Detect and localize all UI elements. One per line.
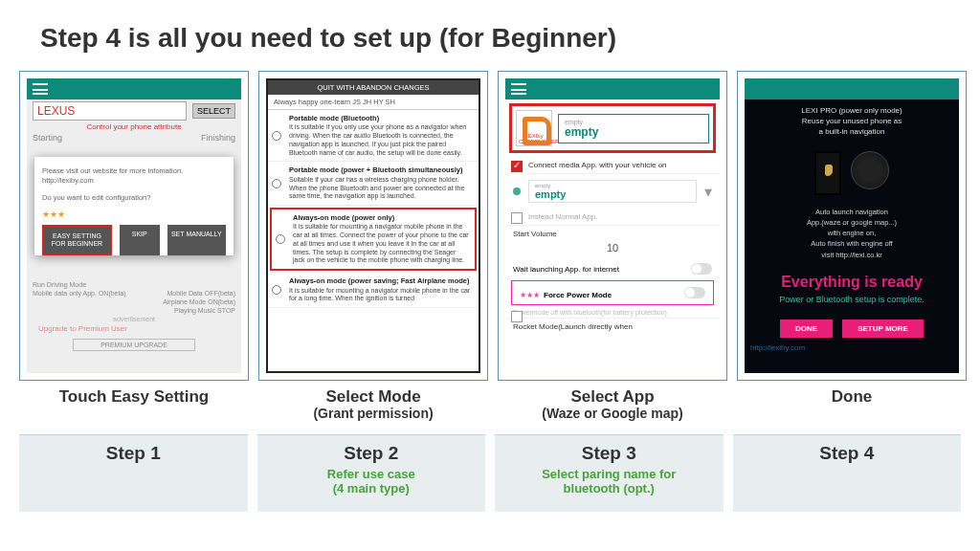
starting-label: Starting	[33, 133, 62, 143]
dialog-question: Do you want to edit configuration?	[42, 193, 226, 203]
phone-frame-2: QUIT WITH ABANDON CHANGES Always happy o…	[258, 71, 488, 381]
step4-box: Step 4	[733, 434, 962, 512]
connect-label: Connect media App. with your vehicle on	[528, 161, 667, 169]
gauge-icon	[851, 151, 889, 189]
step1-column: LEXUS SELECT Control your phone attribut…	[19, 71, 249, 407]
caption-3-main: Select App	[570, 387, 654, 406]
bluetooth-dot-icon	[513, 187, 521, 195]
screenshot-4: LEXI PRO (power only mode) Reuse your un…	[745, 78, 959, 373]
checkbox-icon[interactable]	[511, 212, 523, 224]
quit-header[interactable]: QUIT WITH ABANDON CHANGES	[268, 80, 479, 95]
radio-icon[interactable]	[272, 131, 281, 141]
skip-button[interactable]: SKIP	[120, 225, 160, 254]
checkbox-icon	[511, 311, 523, 322]
pro-header: LEXI PRO (power only mode) Reuse your un…	[745, 99, 959, 143]
step4-column: LEXI PRO (power only mode) Reuse your un…	[737, 71, 967, 407]
run-driving: Run Driving Mode	[33, 281, 235, 288]
step4-label: Step 4	[733, 443, 962, 464]
screenshot-2: QUIT WITH ABANDON CHANGES Always happy o…	[266, 78, 480, 373]
toggle-icon[interactable]	[691, 263, 712, 275]
control-label: Control your phone attribute	[27, 122, 241, 131]
info2: App.(waze or google map...)	[807, 218, 897, 227]
force-power-row[interactable]: ★★★Force Power Mode	[511, 280, 714, 305]
mode3-title: Always-on mode (power only)	[293, 213, 469, 222]
powermode-off-item: Powermode off with bluetooth(for battery…	[505, 307, 720, 319]
ready-title: Everything is ready	[745, 274, 959, 291]
rocket-mode-label: Rocket Mode(Launch directly when	[505, 319, 720, 335]
caption-2-main: Select Mode	[325, 387, 420, 406]
caption-4: Done	[737, 388, 967, 407]
pmoff-label: Powermode off with bluetooth(for battery…	[513, 309, 667, 316]
advert-label: advertisement	[33, 316, 235, 322]
mode1-desc: It is suitable if you only use your phon…	[289, 123, 466, 155]
mode-option-1[interactable]: Portable mode (Bluetooth) It is suitable…	[268, 110, 479, 162]
phone-frame-4: LEXI PRO (power only mode) Reuse your un…	[737, 71, 967, 381]
caption-1: Touch Easy Setting	[19, 388, 249, 407]
premium-upgrade-button[interactable]: PREMIUM UPGRADE	[73, 339, 194, 351]
step2-sub: Refer use case (4 main type)	[257, 468, 486, 496]
info1: Auto launch navigation	[815, 208, 888, 216]
phone-frame-1: LEXUS SELECT Control your phone attribut…	[19, 71, 249, 381]
mode2-desc: Suitable if your car has a wireless char…	[289, 176, 464, 200]
hamburger-icon[interactable]	[33, 83, 48, 95]
checkbox-icon[interactable]	[511, 161, 523, 172]
mode-option-2[interactable]: Portable mode (power + Bluetooth simulta…	[268, 162, 479, 206]
config-dialog: Please visit our website for more infoma…	[34, 157, 234, 255]
vehicle-input[interactable]: LEXUS	[33, 101, 187, 121]
phone-frame-3: LEXIby CUBERUNNER empty empty Connect me…	[498, 71, 727, 381]
done-button[interactable]: DONE	[780, 320, 833, 338]
wait-internet-row[interactable]: Wait launching App. for internet	[505, 259, 720, 278]
connect-media-item[interactable]: Connect media App. with your vehicle on	[505, 157, 720, 174]
setup-more-button[interactable]: SETUP MORE	[842, 320, 924, 338]
mode-option-4[interactable]: Always-on mode (power saving; Fast Airpl…	[268, 273, 479, 308]
force-label: Force Power Mode	[544, 291, 612, 299]
radio-icon[interactable]	[272, 179, 281, 188]
select-button[interactable]: SELECT	[192, 103, 235, 119]
app-select-row[interactable]: LEXIby CUBERUNNER empty empty	[509, 103, 716, 153]
step1-label: Step 1	[19, 443, 248, 464]
page-title: Step 4 is all you need to set up (for Be…	[40, 23, 616, 54]
wait-label: Wait launching App. for internet	[513, 265, 619, 274]
hamburger-icon[interactable]	[511, 83, 526, 95]
info4: Auto finish with engine off	[811, 239, 892, 248]
radio-icon[interactable]	[276, 234, 285, 244]
easy-setting-button[interactable]: EASY SETTING FOR BEGINNER	[42, 225, 112, 254]
dialog-visit-text: Please visit our website for more infoma…	[42, 166, 226, 186]
topbar	[745, 78, 959, 99]
mobile-data-off: Mobile Data OFF(beta)	[167, 290, 235, 297]
info3: with engine on,	[828, 229, 876, 237]
step2-column: QUIT WITH ABANDON CHANGES Always happy o…	[258, 71, 488, 421]
mode4-desc: It is suitable for mounting a navigator …	[289, 287, 470, 302]
step3-box: Step 3 Select paring name for bluetooth …	[495, 434, 724, 512]
caption-2-sub: (Grant permission)	[258, 407, 488, 421]
screenshot-1: LEXUS SELECT Control your phone attribut…	[27, 78, 241, 373]
hdr2: Reuse your unused phone as	[802, 117, 902, 125]
mobile-data-app: Mobile data only App. ON(beta)	[33, 290, 126, 297]
mode-option-3[interactable]: Always-on mode (power only) It is suitab…	[270, 208, 477, 271]
radio-icon[interactable]	[272, 285, 281, 295]
step2-label: Step 2	[257, 443, 486, 464]
chevron-down-icon[interactable]: ▾	[704, 183, 712, 201]
dashboard-illustration	[745, 143, 959, 203]
app-icon-label: LEXIby CUBERUNNER	[519, 133, 549, 144]
app-select-box[interactable]: empty empty	[558, 114, 709, 143]
playing-stop: Playing Music STOP	[174, 307, 235, 314]
stars-icon: ★★★	[520, 291, 540, 299]
info-text: Auto launch navigation App.(waze or goog…	[745, 203, 959, 268]
step1-box: Step 1	[19, 434, 248, 512]
app-value: empty	[565, 125, 702, 139]
upgrade-label: Upgrade to Premium User	[33, 322, 235, 335]
volume-value[interactable]: 10	[505, 242, 720, 259]
phone-icon	[814, 151, 841, 195]
ready-subtitle: Power or Bluetooth setup is complete.	[745, 291, 959, 310]
normal-app-item[interactable]: Instead Normal App.	[505, 209, 720, 226]
hdr3: a built-in navigation	[819, 127, 885, 136]
toggle-icon[interactable]	[684, 287, 705, 298]
caption-3-sub: (Waze or Google map)	[498, 407, 727, 421]
set-manually-button[interactable]: SET MANUALLY	[167, 225, 226, 254]
step3-label: Step 3	[495, 443, 724, 464]
mode2-title: Portable mode (power + Bluetooth simulta…	[289, 165, 473, 174]
step3-sub: Select paring name for bluetooth (opt.)	[495, 468, 724, 496]
bluetooth-row[interactable]: empty empty ▾	[505, 174, 720, 209]
app-icon[interactable]: LEXIby CUBERUNNER	[516, 110, 552, 146]
